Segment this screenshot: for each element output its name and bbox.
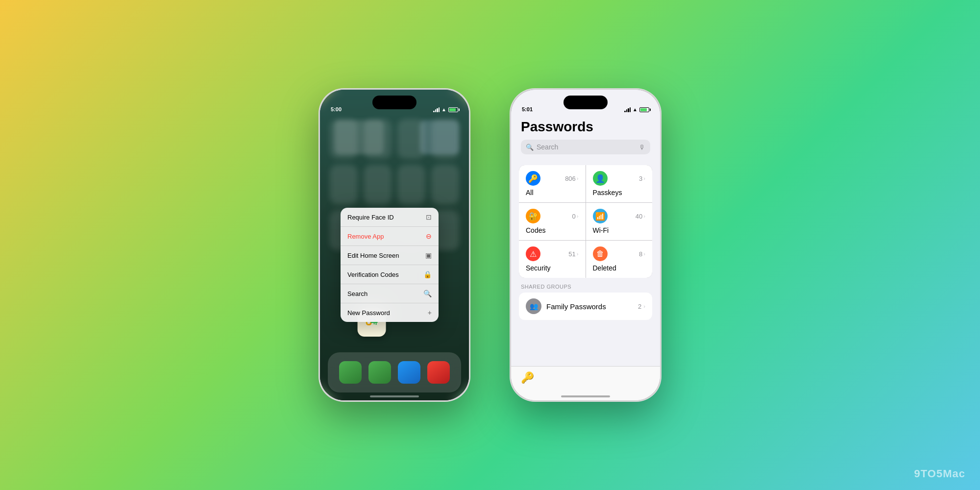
codes-count: 0 › (572, 213, 579, 220)
dock-safari[interactable] (398, 361, 420, 384)
passwords-title: Passwords (521, 119, 650, 135)
home-indicator-phone2 (561, 395, 610, 397)
wifi-label: Wi-Fi (593, 226, 646, 234)
deleted-label: Deleted (593, 264, 646, 272)
dynamic-island (372, 96, 416, 109)
time-phone2: 5:01 (522, 106, 533, 112)
signal-icon-2 (624, 107, 631, 112)
all-icon: 🔑 (526, 171, 540, 186)
edit-home-screen-label: Edit Home Screen (347, 252, 399, 259)
category-wifi[interactable]: 📶 40 › Wi-Fi (586, 203, 653, 240)
status-icons-phone1: ▲ (433, 107, 458, 112)
category-deleted[interactable]: 🗑 8 › Deleted (586, 241, 653, 278)
security-count: 51 › (568, 250, 578, 258)
passkeys-count: 3 › (639, 175, 645, 182)
verification-codes-label: Verification Codes (347, 271, 399, 278)
search-label: Search (347, 290, 368, 297)
home-indicator-phone1 (370, 395, 419, 397)
phone-2: 5:01 ▲ Passwords 🔍 (510, 88, 662, 402)
lock-icon: 🔒 (423, 270, 432, 278)
context-search[interactable]: Search 🔍 (341, 284, 439, 303)
deleted-count: 8 › (639, 250, 645, 258)
wifi-cat-icon: 📶 (593, 209, 608, 223)
codes-icon: 🔐 (526, 209, 540, 223)
all-count: 806 › (565, 175, 578, 182)
search-bar-icon: 🔍 (526, 144, 534, 151)
status-icons-phone2: ▲ (624, 107, 649, 112)
passwords-app: Passwords 🔍 Search 🎙 🔑 806 › (511, 90, 660, 400)
security-label: Security (526, 264, 579, 272)
dock-phone[interactable] (339, 361, 362, 384)
passkeys-label: Passkeys (593, 189, 646, 196)
search-bar[interactable]: 🔍 Search 🎙 (521, 140, 650, 154)
family-passwords-name: Family Passwords (546, 302, 606, 311)
category-all[interactable]: 🔑 806 › All (519, 165, 586, 202)
category-codes-top: 🔐 0 › (526, 209, 579, 223)
family-passwords-row[interactable]: 👥 Family Passwords 2 › (519, 293, 652, 320)
category-passkeys[interactable]: 👤 3 › Passkeys (586, 165, 653, 202)
category-deleted-top: 🗑 8 › (593, 246, 646, 261)
microphone-icon: 🎙 (639, 144, 645, 151)
deleted-icon: 🗑 (593, 246, 608, 261)
context-verification-codes[interactable]: Verification Codes 🔒 (341, 265, 439, 284)
passwords-header: Passwords 🔍 Search 🎙 (511, 115, 660, 159)
context-edit-home-screen[interactable]: Edit Home Screen ▣ (341, 246, 439, 265)
codes-label: Codes (526, 226, 579, 234)
search-icon: 🔍 (423, 290, 432, 297)
category-wifi-top: 📶 40 › (593, 209, 646, 223)
phone-1: 5:00 ▲ (318, 88, 470, 402)
dock (328, 352, 461, 392)
wifi-icon: ▲ (441, 107, 446, 112)
categories-grid: 🔑 806 › All 👤 3 › (519, 165, 652, 278)
dynamic-island-2 (564, 96, 608, 109)
dock-music[interactable] (427, 361, 450, 384)
remove-icon: ⊖ (426, 232, 432, 240)
remove-app-label: Remove App (347, 233, 384, 240)
context-new-password[interactable]: New Password + (341, 303, 439, 322)
plus-icon: + (428, 309, 432, 317)
passkeys-icon: 👤 (593, 171, 608, 186)
context-require-face-id[interactable]: Require Face ID ⊡ (341, 208, 439, 227)
passwords-tab-icon[interactable]: 🔑 (521, 371, 535, 385)
category-security-top: ⚠ 51 › (526, 246, 579, 261)
require-face-id-label: Require Face ID (347, 214, 394, 221)
shared-groups-label: SHARED GROUPS (511, 284, 660, 290)
watermark: 9TO5Mac (914, 467, 965, 480)
dock-messages[interactable] (368, 361, 391, 384)
time-phone1: 5:00 (331, 106, 342, 112)
wifi-icon-2: ▲ (633, 107, 637, 112)
family-passwords-icon: 👥 (526, 298, 541, 314)
security-icon: ⚠ (526, 246, 540, 261)
family-passwords-count: 2 › (638, 303, 645, 310)
category-codes[interactable]: 🔐 0 › Codes (519, 203, 586, 240)
context-menu: Require Face ID ⊡ Remove App ⊖ Edit Home… (341, 208, 439, 322)
search-bar-placeholder: Search (537, 143, 558, 151)
category-passkeys-top: 👤 3 › (593, 171, 646, 186)
battery-icon-2 (639, 107, 649, 112)
category-security[interactable]: ⚠ 51 › Security (519, 241, 586, 278)
new-password-label: New Password (347, 309, 390, 317)
battery-icon (448, 107, 458, 112)
wifi-count: 40 › (636, 213, 645, 220)
all-label: All (526, 189, 579, 196)
family-passwords-left: 👥 Family Passwords (526, 298, 606, 314)
signal-icon (433, 107, 440, 112)
edit-home-icon: ▣ (425, 251, 432, 259)
face-id-icon: ⊡ (426, 213, 432, 221)
category-all-top: 🔑 806 › (526, 171, 579, 186)
context-remove-app[interactable]: Remove App ⊖ (341, 227, 439, 246)
